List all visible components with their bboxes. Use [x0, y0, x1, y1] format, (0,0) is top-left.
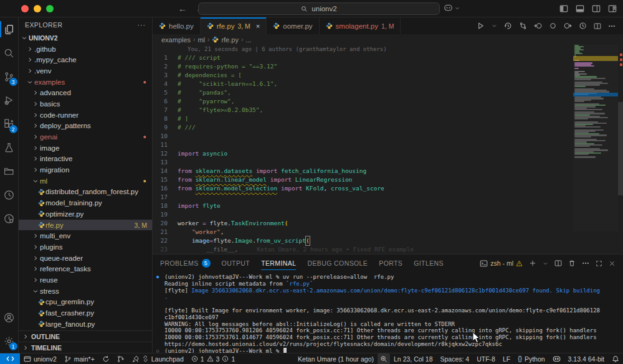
sidebar-section-outline[interactable]: OUTLINE — [19, 330, 152, 342]
status-encoding[interactable]: UTF-8 — [473, 353, 499, 364]
tree-item-.venv[interactable]: .venv — [19, 65, 152, 77]
editor-tab-smolagent.py[interactable]: smolagent.py1, M — [320, 17, 401, 34]
status-workspace[interactable]: unionv2 — [20, 353, 60, 364]
tree-item-deploy_patterns[interactable]: deploy_patterns — [19, 121, 152, 132]
close-panel-icon[interactable] — [609, 260, 616, 267]
tree-root[interactable]: UNIONV2 — [19, 32, 152, 44]
tree-item-genai[interactable]: genai● — [19, 131, 152, 142]
tree-item-.mypy_cache[interactable]: .mypy_cache — [19, 54, 152, 65]
close-window-button[interactable] — [21, 5, 29, 12]
status-launchpad[interactable]: Launchpad — [128, 353, 188, 364]
editor-tab-oomer.py[interactable]: oomer.py — [267, 17, 319, 34]
tree-item-plugins[interactable]: plugins — [19, 241, 152, 253]
terminal-profile-dropdown-icon[interactable] — [543, 261, 548, 266]
toggle-sidebar-icon[interactable] — [576, 4, 584, 13]
code-editor[interactable]: You, 21 seconds ago | 6 authors (grantha… — [153, 45, 623, 254]
run-history-icon[interactable] — [579, 22, 587, 30]
activity-bar-item-source-control[interactable]: 3 — [0, 65, 19, 88]
nav-back-circle-icon[interactable] — [534, 22, 542, 30]
nav-back-icon[interactable]: ← — [178, 4, 187, 14]
status-eol[interactable]: LF — [499, 353, 514, 364]
status-blame[interactable]: Ketan Umare (1 hour ago) — [294, 353, 378, 364]
activity-bar-item-pipelines[interactable] — [0, 207, 19, 230]
split-editor-icon[interactable] — [594, 22, 601, 30]
activity-bar-item-testing[interactable] — [0, 136, 19, 159]
timeline-icon[interactable] — [504, 22, 512, 30]
tree-item-examples[interactable]: examples● — [19, 77, 152, 88]
activity-bar-item-runs[interactable] — [0, 183, 19, 207]
status-cursor-position[interactable]: Ln 23, Col 18 — [390, 353, 436, 364]
toggle-secondary-sidebar-icon[interactable] — [608, 4, 617, 13]
tree-item-optimizer.py[interactable]: optimizer.py — [19, 208, 152, 220]
kill-terminal-icon[interactable] — [568, 259, 576, 267]
nav-circle-icon[interactable] — [549, 22, 557, 30]
activity-bar-item-accounts[interactable] — [0, 306, 19, 329]
breadcrumb-item[interactable]: ml — [197, 36, 205, 44]
terminal-instance-label[interactable]: zsh - ml — [480, 259, 523, 268]
status-git-branch[interactable]: main*+ — [60, 353, 98, 364]
tab-close-icon[interactable]: × — [256, 22, 260, 30]
minimize-window-button[interactable] — [34, 5, 41, 12]
new-terminal-button[interactable] — [529, 259, 536, 267]
panel-tab-terminal[interactable]: TERMINAL — [261, 254, 296, 272]
run-dropdown-icon[interactable] — [492, 23, 497, 29]
copilot-menu[interactable] — [444, 3, 460, 12]
activity-bar-item-library[interactable] — [0, 159, 19, 183]
run-python-file-button[interactable] — [477, 22, 485, 30]
activity-bar-item-extensions[interactable]: 2 — [0, 112, 19, 136]
customize-layout-icon[interactable] — [559, 4, 568, 13]
status-python-interpreter[interactable]: 3.13.4 64-bit — [564, 353, 608, 364]
status-problems[interactable]: 131 — [188, 353, 239, 364]
tree-item-cpu_gremlin.py[interactable]: cpu_gremlin.py — [19, 297, 152, 308]
panel-tab-gitlens[interactable]: GITLENS — [414, 254, 444, 272]
editor-tab-hello.py[interactable]: hello.py — [153, 17, 201, 34]
tree-item-distributed_random_forest.py[interactable]: distributed_random_forest.py — [19, 187, 152, 198]
panel-tab-problems[interactable]: PROBLEMS5 — [160, 254, 211, 272]
breadcrumb-item[interactable]: examples — [161, 36, 191, 44]
activity-bar-item-settings[interactable]: 1 — [0, 329, 19, 353]
activity-bar-item-search[interactable] — [0, 41, 19, 65]
breadcrumb[interactable]: examples›ml›rfe.py›... — [153, 34, 623, 45]
zoom-window-button[interactable] — [46, 5, 54, 12]
tree-item-.github[interactable]: .github — [19, 44, 152, 55]
panel-tab-ports[interactable]: PORTS — [379, 254, 402, 272]
editor-tab-rfe.py[interactable]: rfe.py3, M× — [201, 17, 267, 34]
tree-item-advanced[interactable]: advanced — [19, 87, 152, 98]
tree-item-large_fanout.py[interactable]: large_fanout.py — [19, 319, 152, 330]
tree-item-interactive[interactable]: interactive — [19, 154, 152, 165]
status-language-mode[interactable]: {}Python — [514, 353, 548, 364]
tree-item-multi_env[interactable]: multi_env — [19, 230, 152, 241]
git-compare-icon[interactable] — [519, 22, 527, 30]
split-terminal-icon[interactable] — [554, 259, 562, 267]
minimap[interactable] — [573, 45, 618, 231]
tree-item-rfe.py[interactable]: rfe.py3, M — [19, 220, 152, 231]
status-indentation[interactable]: Spaces: 4 — [437, 353, 473, 364]
tree-item-reference_tasks[interactable]: reference_tasks — [19, 263, 152, 274]
tree-item-image[interactable]: image — [19, 142, 152, 154]
tree-item-queue-reader[interactable]: queue-reader — [19, 253, 152, 264]
more-actions-icon[interactable] — [608, 22, 616, 30]
activity-bar-item-run-and-debug[interactable] — [0, 88, 19, 112]
tree-item-basics[interactable]: basics — [19, 98, 152, 110]
scrollbar-handle[interactable] — [618, 102, 623, 195]
terminal-output[interactable]: ●(unionv2) johnvotta@JV---Work ml % uv r… — [153, 272, 623, 355]
tree-item-migration[interactable]: migration — [19, 164, 152, 175]
tree-item-reuse[interactable]: reuse — [19, 274, 152, 286]
status-commit-graph[interactable] — [113, 353, 128, 364]
status-zoom[interactable] — [378, 353, 390, 364]
toggle-panel-icon[interactable] — [592, 4, 601, 13]
panel-more-actions-icon[interactable] — [582, 259, 589, 267]
remote-indicator-button[interactable] — [0, 353, 20, 364]
nav-forward-circle-icon[interactable] — [564, 22, 572, 30]
tree-item-fast_crasher.py[interactable]: fast_crasher.py — [19, 307, 152, 319]
panel-tab-debug-console[interactable]: DEBUG CONSOLE — [307, 254, 368, 272]
tree-item-stress[interactable]: stress — [19, 286, 152, 297]
activity-bar-item-explorer[interactable] — [0, 17, 19, 41]
breadcrumb-item[interactable]: rfe.py — [221, 36, 239, 44]
maximize-panel-icon[interactable] — [596, 260, 602, 267]
explorer-more-actions-icon[interactable]: ··· — [138, 21, 146, 29]
breadcrumb-item[interactable]: ... — [245, 36, 251, 44]
command-center-search[interactable]: unionv2 — [198, 2, 440, 15]
panel-tab-output[interactable]: OUTPUT — [222, 254, 250, 272]
tree-item-code-runner[interactable]: code-runner — [19, 110, 152, 121]
